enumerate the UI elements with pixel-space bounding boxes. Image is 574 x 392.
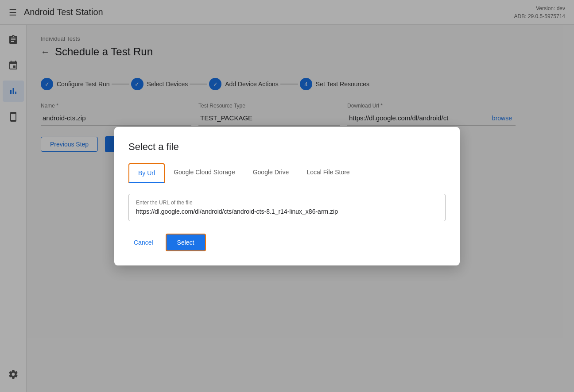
dialog-tabs: By Url Google Cloud Storage Google Drive… [128, 163, 446, 183]
dialog-select-button[interactable]: Select [166, 234, 206, 251]
tab-google-drive[interactable]: Google Drive [244, 163, 298, 183]
tab-local-file-store[interactable]: Local File Store [298, 163, 358, 183]
url-field-label: Enter the URL of the file [136, 200, 438, 206]
select-file-dialog: Select a file By Url Google Cloud Storag… [114, 127, 460, 265]
dialog-buttons: Cancel Select [128, 234, 446, 251]
url-input[interactable] [136, 208, 438, 215]
tab-google-cloud-storage[interactable]: Google Cloud Storage [165, 163, 244, 183]
modal-overlay: Select a file By Url Google Cloud Storag… [0, 0, 574, 392]
dialog-title: Select a file [128, 141, 446, 153]
url-field-container: Enter the URL of the file [128, 194, 446, 221]
tab-by-url[interactable]: By Url [128, 163, 165, 183]
dialog-cancel-button[interactable]: Cancel [128, 235, 159, 250]
